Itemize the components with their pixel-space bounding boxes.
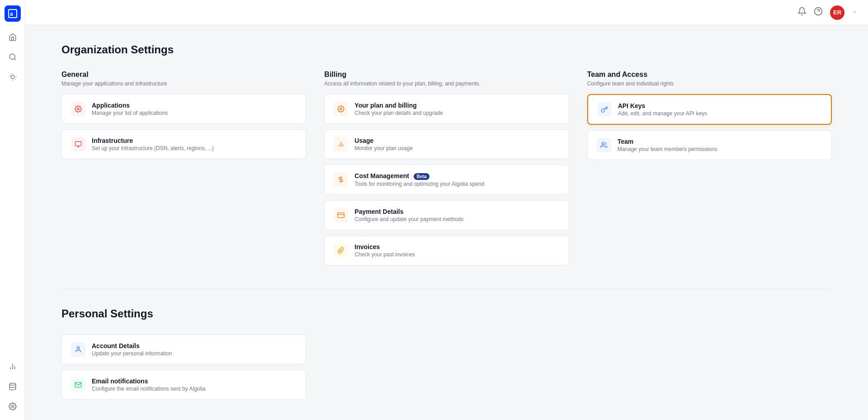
svg-point-14: [9, 383, 16, 386]
infrastructure-card[interactable]: Infrastructure Set up your infrastructur…: [61, 129, 306, 159]
settings-icon[interactable]: [5, 398, 21, 415]
api-keys-icon: [597, 102, 612, 117]
usage-card-desc: Monitor your plan usage: [354, 145, 413, 151]
team-card-title: Team: [618, 138, 717, 145]
general-column: General Manage your applications and inf…: [61, 71, 306, 271]
usage-card-title: Usage: [354, 137, 413, 144]
team-access-column-subtitle: Configure team and individual rights: [587, 80, 832, 87]
usage-icon: [334, 137, 348, 151]
team-card[interactable]: Team Manage your team members permission…: [587, 130, 832, 160]
cost-management-card[interactable]: Cost Management Beta Tools for monitorin…: [324, 165, 569, 195]
sidebar-logo[interactable]: a: [5, 5, 21, 22]
team-access-column-title: Team and Access: [587, 71, 832, 79]
personal-settings-grid: Account Details Update your personal inf…: [61, 335, 832, 405]
account-details-card[interactable]: Account Details Update your personal inf…: [61, 335, 306, 364]
svg-line-3: [14, 58, 15, 60]
search-icon[interactable]: [5, 49, 21, 65]
help-icon[interactable]: [814, 7, 823, 18]
email-notifications-card[interactable]: Email notifications Configure the email …: [61, 370, 306, 400]
email-notifications-card-title: Email notifications: [92, 378, 205, 385]
org-settings-grid: General Manage your applications and inf…: [61, 71, 832, 271]
email-notifications-icon: [71, 378, 85, 392]
general-column-title: General: [61, 71, 306, 79]
svg-point-22: [340, 108, 342, 110]
infrastructure-card-desc: Set up your infrastructure (DSN, alerts,…: [92, 145, 214, 151]
plan-billing-card-title: Your plan and billing: [354, 102, 443, 109]
payment-details-card[interactable]: Payment Details Configure and update you…: [324, 200, 569, 230]
invoices-icon: [334, 243, 348, 258]
billing-column-title: Billing: [324, 71, 569, 79]
svg-point-15: [11, 406, 14, 408]
plan-billing-card-desc: Check your plan details and upgrade: [354, 110, 443, 116]
svg-line-8: [14, 79, 15, 80]
applications-card-desc: Manage your list of applications: [92, 110, 168, 116]
personal-settings-title: Personal Settings: [61, 307, 832, 320]
svg-line-7: [10, 74, 10, 75]
avatar[interactable]: ER: [830, 5, 844, 20]
personal-column: Account Details Update your personal inf…: [61, 335, 306, 405]
home-icon[interactable]: [5, 29, 21, 45]
sidebar: a: [0, 0, 25, 420]
user-menu-chevron-icon[interactable]: [852, 9, 857, 16]
email-notifications-card-desc: Configure the email notifications sent b…: [92, 386, 205, 392]
api-keys-card-title: API Keys: [618, 102, 707, 109]
beta-badge: Beta: [414, 173, 430, 180]
invoices-card-title: Invoices: [354, 243, 415, 250]
plan-billing-icon: [334, 102, 348, 116]
cost-management-card-title: Cost Management Beta: [354, 172, 484, 180]
billing-column: Billing Access all information related t…: [324, 71, 569, 271]
general-column-subtitle: Manage your applications and infrastruct…: [61, 80, 306, 87]
org-settings-title: Organization Settings: [61, 43, 832, 56]
svg-point-29: [602, 142, 604, 145]
svg-point-30: [77, 347, 79, 349]
topbar: ER: [25, 0, 868, 25]
cost-management-icon: [334, 172, 348, 187]
team-card-desc: Manage your team members permissions: [618, 146, 717, 152]
content-area: Organization Settings General Manage you…: [25, 25, 868, 420]
payment-details-card-desc: Configure and update your payment method…: [354, 216, 463, 222]
database-icon[interactable]: [5, 378, 21, 395]
section-divider: [61, 289, 832, 289]
analytics-icon[interactable]: [5, 359, 21, 375]
notification-bell-icon[interactable]: [797, 7, 807, 18]
plan-billing-card[interactable]: Your plan and billing Check your plan de…: [324, 94, 569, 124]
account-details-icon: [71, 342, 85, 357]
applications-card[interactable]: Applications Manage your list of applica…: [61, 94, 306, 124]
svg-point-2: [9, 54, 15, 59]
account-details-card-desc: Update your personal information: [92, 350, 172, 357]
svg-text:a: a: [10, 11, 13, 17]
team-icon: [597, 138, 611, 152]
payment-details-card-title: Payment Details: [354, 208, 463, 215]
invoices-card[interactable]: Invoices Check your past invoices: [324, 236, 569, 265]
bulb-icon[interactable]: [5, 69, 21, 85]
svg-rect-19: [75, 142, 81, 146]
invoices-card-desc: Check your past invoices: [354, 251, 415, 258]
svg-point-4: [11, 75, 14, 79]
billing-column-subtitle: Access all information related to your p…: [324, 80, 569, 87]
api-keys-card-desc: Add, edit, and manage your API keys: [618, 110, 707, 117]
payment-details-icon: [334, 208, 348, 222]
usage-card[interactable]: Usage Monitor your plan usage: [324, 129, 569, 159]
account-details-card-title: Account Details: [92, 342, 172, 349]
svg-rect-27: [338, 212, 344, 217]
team-access-column: Team and Access Configure team and indiv…: [587, 71, 832, 271]
infrastructure-icon: [71, 137, 85, 151]
applications-icon: [71, 102, 85, 116]
svg-point-18: [77, 108, 79, 110]
main-area: ER Organization Settings General Manage …: [25, 0, 868, 420]
infrastructure-card-title: Infrastructure: [92, 137, 214, 144]
cost-management-card-desc: Tools for monitoring and optimizing your…: [354, 181, 484, 187]
api-keys-card[interactable]: API Keys Add, edit, and manage your API …: [587, 94, 832, 125]
applications-card-title: Applications: [92, 102, 168, 109]
